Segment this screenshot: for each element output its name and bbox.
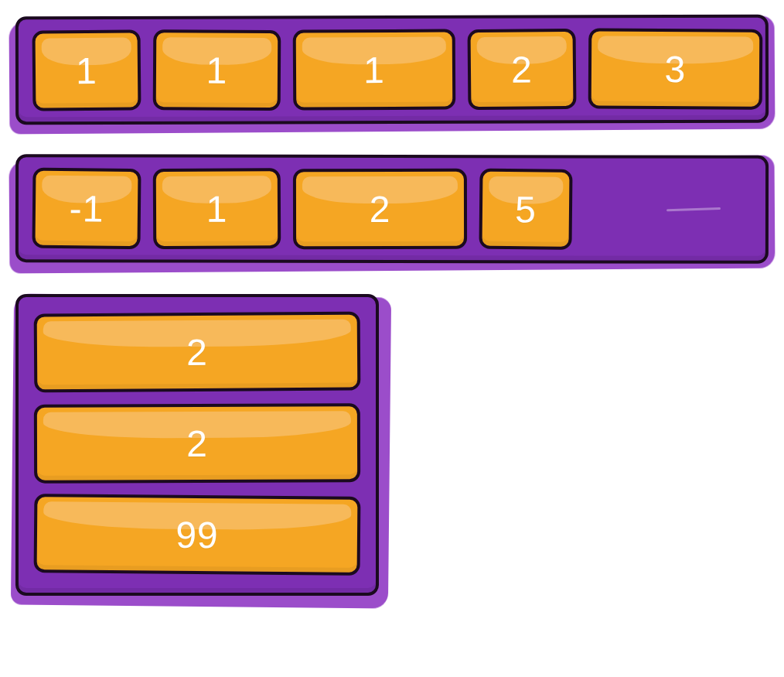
array-row-1-cell: 1 [293, 29, 456, 110]
array-column-cell: 2 [34, 403, 360, 483]
cell-value: -1 [69, 187, 104, 230]
array-column-cell: 2 [34, 312, 361, 393]
cell-value: 1 [76, 49, 97, 91]
cell-value: 99 [176, 513, 219, 556]
diagram-canvas: 1 1 1 2 3 -1 1 2 [15, 15, 769, 662]
cell-value: 1 [363, 48, 385, 91]
array-row-2-cell: 2 [293, 169, 467, 249]
array-row-1-container: 1 1 1 2 3 [15, 15, 769, 124]
array-row-1: 1 1 1 2 3 [15, 15, 769, 125]
array-row-2-container: -1 1 2 5 [15, 155, 769, 263]
cell-value: 3 [664, 47, 686, 90]
cell-value: 2 [186, 422, 208, 464]
cell-value: 1 [206, 49, 227, 91]
array-row-2: -1 1 2 5 [15, 154, 769, 264]
array-column-cell: 99 [34, 494, 361, 576]
cell-value: 2 [186, 330, 208, 373]
array-row-1-cell: 1 [153, 29, 281, 111]
array-row-2-cell: 1 [153, 168, 281, 249]
cell-value: 1 [206, 187, 227, 230]
cell-value: 2 [370, 187, 391, 230]
cell-value: 5 [515, 188, 537, 231]
array-row-1-cell: 1 [32, 29, 141, 111]
array-row-1-cell: 2 [468, 29, 577, 110]
cell-value: 2 [511, 48, 533, 91]
array-row-2-cell: 5 [479, 169, 572, 250]
array-column: 2 2 99 [15, 294, 379, 596]
array-row-2-cell: -1 [32, 168, 141, 249]
array-row-1-cell: 3 [588, 28, 763, 109]
array-column-container: 2 2 99 [15, 294, 379, 596]
